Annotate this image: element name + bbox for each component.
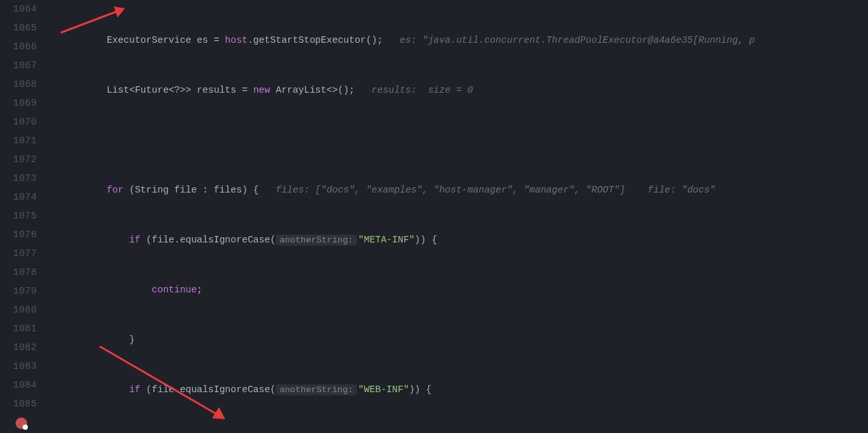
- line-number: 1075: [0, 207, 37, 226]
- line-number: 1073: [0, 169, 37, 188]
- code-line[interactable]: continue;: [62, 430, 868, 433]
- fold-column: [49, 0, 62, 433]
- line-number: 1084: [0, 376, 37, 395]
- code-line[interactable]: [62, 131, 868, 150]
- line-number: 1069: [0, 94, 37, 113]
- line-number: 1081: [0, 320, 37, 338]
- param-hint: anotherString:: [276, 384, 357, 395]
- line-number: 1071: [0, 132, 37, 150]
- line-number: 1072: [0, 150, 37, 169]
- code-line[interactable]: continue;: [62, 281, 868, 299]
- inline-debug-value: results: size = 0: [355, 85, 474, 95]
- line-number: 1076: [0, 226, 37, 244]
- line-number-gutter: 1064 1065 1066 1067 1068 1069 1070 1071 …: [0, 0, 49, 433]
- param-hint: anotherString:: [276, 235, 357, 246]
- line-number: 1066: [0, 38, 37, 56]
- code-line[interactable]: List<Future<?>> results = new ArrayList<…: [62, 81, 868, 100]
- code-line[interactable]: if (file.equalsIgnoreCase(anotherString:…: [62, 380, 868, 399]
- code-editor[interactable]: 1064 1065 1066 1067 1068 1069 1070 1071 …: [0, 0, 868, 433]
- line-number: 1065: [0, 19, 37, 38]
- line-number: 1079: [0, 282, 37, 301]
- inline-debug-value: es: "java.util.concurrent.ThreadPoolExec…: [383, 35, 755, 45]
- line-number: 1078: [0, 263, 37, 282]
- code-line[interactable]: if (file.equalsIgnoreCase(anotherString:…: [62, 231, 868, 250]
- code-line[interactable]: for (String file : files) { files: ["doc…: [62, 181, 868, 200]
- breakpoint-icon[interactable]: [16, 417, 27, 429]
- code-area[interactable]: ExecutorService es = host.getStartStopEx…: [62, 0, 868, 433]
- line-number: 1077: [0, 244, 37, 263]
- line-number: 1067: [0, 56, 37, 75]
- inline-debug-value: files: ["docs", "examples", "host-manage…: [259, 185, 716, 195]
- line-number: 1064: [0, 0, 37, 19]
- line-number: 1080: [0, 301, 37, 320]
- code-line[interactable]: ExecutorService es = host.getStartStopEx…: [62, 31, 868, 50]
- line-number: 1070: [0, 113, 37, 132]
- code-line[interactable]: }: [62, 331, 868, 349]
- line-number: 1083: [0, 357, 37, 376]
- line-number: 1074: [0, 188, 37, 207]
- line-number: 1082: [0, 338, 37, 357]
- line-number: 1085: [0, 395, 37, 414]
- line-number: 1068: [0, 75, 37, 94]
